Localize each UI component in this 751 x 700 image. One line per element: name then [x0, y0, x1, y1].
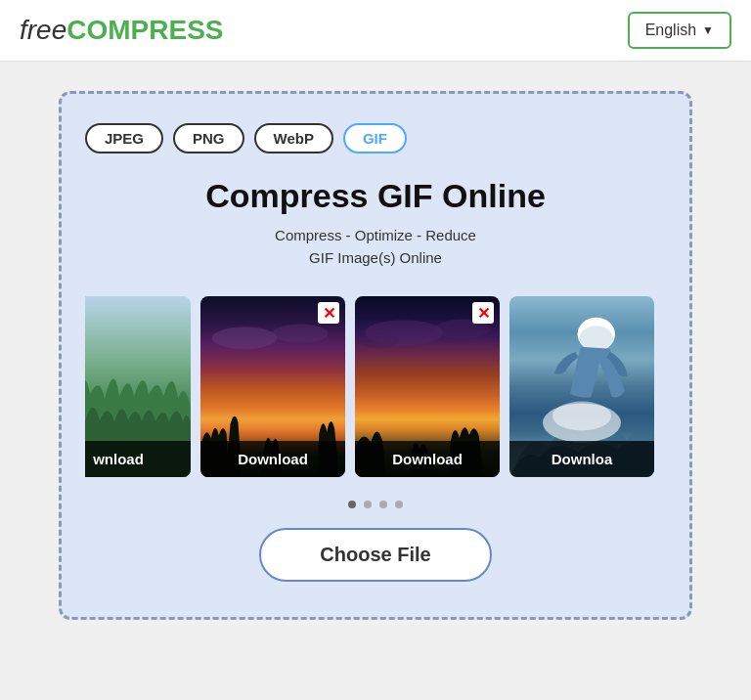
logo-compress-text: COMPRESS: [66, 15, 223, 45]
logo: freeCOMPRESS: [20, 15, 224, 46]
tab-webp[interactable]: WebP: [254, 123, 333, 153]
download-button-2[interactable]: Download: [200, 441, 345, 477]
dot-3[interactable]: [379, 501, 387, 508]
header: freeCOMPRESS English ▼: [0, 0, 751, 62]
image-card-1: wnload: [85, 296, 191, 477]
svg-point-4: [360, 333, 399, 349]
dot-4[interactable]: [395, 501, 403, 508]
choose-file-button[interactable]: Choose File: [259, 528, 491, 582]
image-card-4: Downloa: [509, 296, 654, 477]
tab-jpeg[interactable]: JPEG: [85, 123, 163, 153]
close-button-2[interactable]: ✕: [318, 302, 339, 324]
dot-1[interactable]: [348, 501, 356, 508]
download-button-3[interactable]: Download: [355, 441, 500, 477]
chevron-down-icon: ▼: [702, 23, 714, 37]
page-title: Compress GIF Online: [205, 177, 546, 215]
language-label: English: [645, 22, 696, 39]
tab-png[interactable]: PNG: [173, 123, 244, 153]
carousel-dots: [348, 501, 403, 508]
main-content: JPEG PNG WebP GIF Compress GIF Online Co…: [0, 62, 751, 695]
dot-2[interactable]: [364, 501, 372, 508]
format-tabs: JPEG PNG WebP GIF: [85, 123, 407, 153]
page-subtitle: Compress - Optimize - Reduce GIF Image(s…: [275, 225, 476, 269]
image-card-2: ✕ Download: [200, 296, 345, 477]
close-button-3[interactable]: ✕: [472, 302, 494, 324]
image-card-3: ✕ Download: [355, 296, 500, 477]
download-button-1[interactable]: wnload: [85, 441, 191, 477]
svg-point-1: [273, 324, 329, 342]
svg-point-0: [212, 327, 278, 349]
language-selector[interactable]: English ▼: [628, 12, 731, 49]
logo-free-text: free: [20, 15, 66, 45]
tab-gif[interactable]: GIF: [343, 123, 407, 153]
upload-box: JPEG PNG WebP GIF Compress GIF Online Co…: [59, 91, 692, 620]
download-button-4[interactable]: Downloa: [509, 441, 654, 477]
images-row: wnload: [85, 296, 666, 477]
